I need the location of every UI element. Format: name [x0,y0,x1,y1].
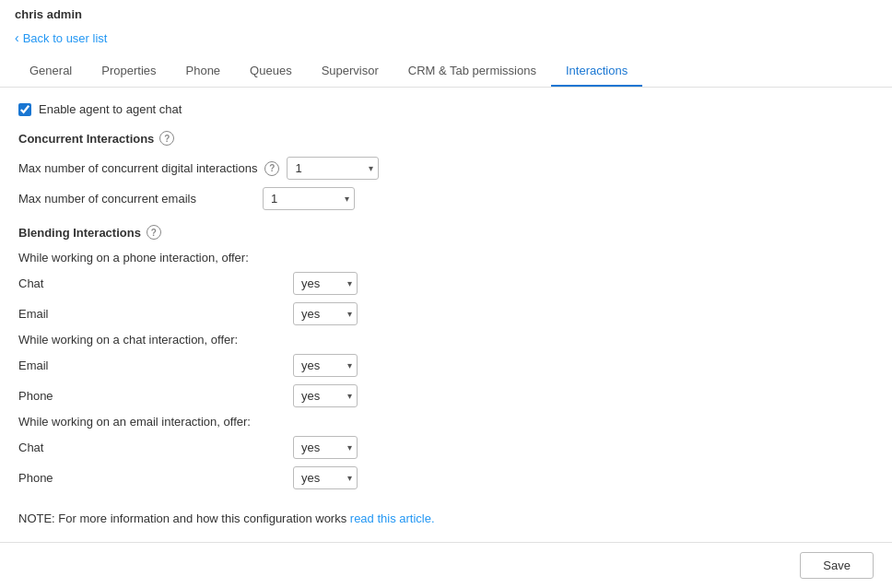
phone-group-label: While working on a phone interaction, of… [18,251,874,265]
tab-general[interactable]: General [15,56,87,87]
concurrent-digital-label: Max number of concurrent digital interac… [18,161,257,175]
page-header: chris admin ‹ Back to user list General … [0,0,892,88]
concurrent-email-select-wrapper: 1 2 3 4 5 ▾ [263,187,355,210]
email-chat-label: Chat [18,441,74,454]
email-chat-row: Chat yes no ▾ [18,436,874,459]
concurrent-digital-help-icon[interactable]: ? [264,161,279,176]
chat-phone-label: Phone [18,389,74,403]
page-footer: Save [0,542,892,588]
phone-email-row: Email yes no ▾ [18,302,874,325]
chat-phone-select[interactable]: yes no [293,384,358,407]
concurrent-email-row: Max number of concurrent emails 1 2 3 4 … [18,187,874,210]
read-article-link[interactable]: read this article. [350,512,435,525]
note-text: NOTE: For more information and how this … [18,512,350,525]
main-content: Enable agent to agent chat Concurrent In… [0,88,892,540]
chat-group-label: While working on a chat interaction, off… [18,333,874,347]
email-phone-select[interactable]: yes no [293,466,358,489]
email-chat-select-wrapper: yes no ▾ [293,436,358,459]
note-section: NOTE: For more information and how this … [18,512,874,525]
concurrent-digital-row: Max number of concurrent digital interac… [18,157,874,180]
username: chris admin [15,7,877,27]
enable-agent-chat-row: Enable agent to agent chat [18,102,874,116]
chat-email-label: Email [18,359,74,372]
concurrent-email-select[interactable]: 1 2 3 4 5 [263,187,355,210]
concurrent-section: Concurrent Interactions ? Max number of … [18,131,874,210]
tab-bar: General Properties Phone Queues Supervis… [15,56,877,87]
email-chat-select[interactable]: yes no [293,436,358,459]
back-arrow-icon: ‹ [15,30,19,45]
chat-email-row: Email yes no ▾ [18,354,874,377]
concurrent-help-icon[interactable]: ? [159,131,174,146]
save-button[interactable]: Save [800,552,874,579]
tab-supervisor[interactable]: Supervisor [307,56,393,87]
enable-agent-chat-label: Enable agent to agent chat [39,102,182,116]
phone-chat-select[interactable]: yes no [293,272,358,295]
back-to-user-list-link[interactable]: ‹ Back to user list [15,27,107,53]
phone-chat-label: Chat [18,276,74,290]
phone-email-select[interactable]: yes no [293,302,358,325]
email-phone-label: Phone [18,471,74,485]
phone-chat-select-wrapper: yes no ▾ [293,272,358,295]
chat-email-select-wrapper: yes no ▾ [293,354,358,377]
chat-phone-row: Phone yes no ▾ [18,384,874,407]
tab-queues[interactable]: Queues [235,56,307,87]
blending-section-title: Blending Interactions ? [18,225,874,240]
concurrent-digital-select-wrapper: 1 2 3 4 5 ▾ [287,157,379,180]
phone-email-label: Email [18,307,74,321]
email-group-label: While working on an email interaction, o… [18,415,874,429]
blending-section: Blending Interactions ? While working on… [18,225,874,489]
tab-phone[interactable]: Phone [171,56,236,87]
phone-email-select-wrapper: yes no ▾ [293,302,358,325]
chat-email-select[interactable]: yes no [293,354,358,377]
email-phone-row: Phone yes no ▾ [18,466,874,489]
back-link-label: Back to user list [23,31,108,45]
concurrent-email-label: Max number of concurrent emails [18,192,196,206]
tab-properties[interactable]: Properties [87,56,170,87]
blending-help-icon[interactable]: ? [147,225,161,240]
chat-phone-select-wrapper: yes no ▾ [293,384,358,407]
email-phone-select-wrapper: yes no ▾ [293,466,358,489]
concurrent-section-title: Concurrent Interactions ? [18,131,874,146]
tab-interactions[interactable]: Interactions [551,56,642,87]
enable-agent-chat-checkbox[interactable] [18,103,31,116]
tab-crm[interactable]: CRM & Tab permissions [393,56,551,87]
concurrent-digital-select[interactable]: 1 2 3 4 5 [287,157,379,180]
phone-chat-row: Chat yes no ▾ [18,272,874,295]
